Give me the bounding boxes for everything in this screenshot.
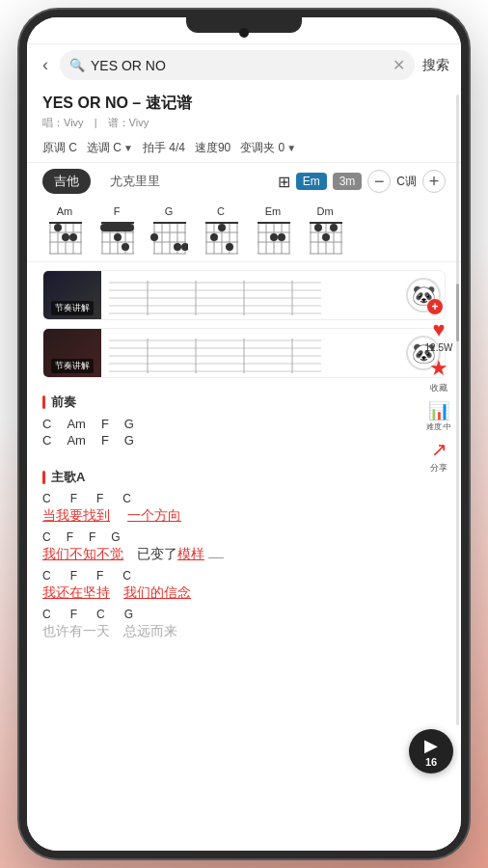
svg-point-23 [122,243,129,251]
chord-diagram-c[interactable]: C [199,205,243,256]
verse-label: 主歌A [42,469,446,486]
share-action[interactable]: ↗ 分享 [420,438,457,475]
play-button-wrap: ▶ 16 [409,729,453,773]
tab-row-2[interactable]: 节奏讲解 🐼 [42,328,446,378]
lyric-block-1: C F F C 当我要找到 一个方向 [42,492,446,525]
chord-diagram-f[interactable]: F [95,205,139,256]
svg-point-9 [54,224,62,231]
tab-thumb-label-2: 节奏讲解 [51,359,94,373]
tab-thumbnail-1: 节奏讲解 [43,271,101,319]
add-icon: + [427,299,443,314]
share-icon: ↗ [431,438,447,461]
svg-point-34 [174,243,181,251]
original-key: 原调 C [42,140,77,156]
svg-point-47 [226,243,233,251]
svg-point-22 [114,233,122,241]
time-sig: 拍手 4/4 [143,140,185,156]
camera-dot [239,28,249,38]
chord-diagram-em[interactable]: Em [251,205,295,256]
tab-score-2 [109,329,396,377]
star-label: 收藏 [430,382,447,394]
chord-grid-svg-f [97,219,136,256]
chord-row-1: C F F C [42,492,446,505]
grid-view-icon[interactable]: ⊞ [278,173,290,191]
chord-grid-svg [45,219,84,256]
prelude-title: 前奏 [51,393,76,411]
lyric-block-4: C F C G 也许有一天 总远而来 [42,608,446,640]
like-count: 12.5W [425,342,453,353]
section-bar-2 [42,471,45,484]
chord-badge-1[interactable]: Em [296,173,327,190]
tab-area: 节奏讲解 [27,262,461,386]
search-input-wrap[interactable]: 🔍 YES OR NO ✕ [60,50,415,80]
tempo: 速度90 [195,140,230,156]
panda-button-wrap[interactable]: 🐼 + [406,278,441,312]
lyric-block-3: C F F C 我还在坚持 我们的信念 [42,569,446,602]
search-bar: ‹ 🔍 YES OR NO ✕ 搜索 [27,44,461,86]
play-button[interactable]: ▶ 16 [409,729,453,773]
play-number: 16 [425,756,437,768]
chart-action[interactable]: 📊 难度·中 [420,397,457,434]
verse-title: 主歌A [51,469,85,486]
star-action[interactable]: ★ 收藏 [420,357,457,393]
svg-point-58 [278,233,285,241]
prelude-label: 前奏 [42,393,446,411]
composer-label: 谱：Vivy [108,117,149,128]
song-title: YES OR NO – 速记谱 [42,94,446,114]
chord-badge-2[interactable]: 3m [333,173,363,190]
phone-notch [27,17,461,44]
capo-plus-button[interactable]: + [422,170,446,193]
svg-point-35 [181,243,188,251]
capo-minus-button[interactable]: − [367,170,391,193]
key-dropdown-arrow: ▼ [123,143,133,153]
svg-point-69 [322,233,330,241]
song-info: YES OR NO – 速记谱 唱：Vivy | 谱：Vivy [27,86,461,134]
back-button[interactable]: ‹ [39,51,52,79]
lyric-row-3: 我还在坚持 我们的信念 [42,584,446,602]
lyric-row-1: 当我要找到 一个方向 [42,507,446,525]
song-meta: 唱：Vivy | 谱：Vivy [42,116,446,130]
lyrics-section-verse: 主歌A C F F C 当我要找到 一个方向 C [27,461,461,652]
guitar-tab[interactable]: 吉他 [42,169,91,194]
right-sidebar: ♥ 12.5W ★ 收藏 📊 难度·中 ↗ 分享 [420,316,461,475]
tab-score-1 [109,271,396,319]
chord-row-3: C F F C [42,569,446,583]
tab-row-1[interactable]: 节奏讲解 [42,270,446,320]
chord-diagrams: Am [27,200,461,262]
phone-content: ‹ 🔍 YES OR NO ✕ 搜索 YES OR NO – 速记谱 唱：Viv… [27,44,461,851]
capo-control[interactable]: 变调夹 0 ▼ [240,140,296,156]
star-icon: ★ [429,356,448,381]
chord-diagram-g[interactable]: G [147,205,191,256]
chord-diagram-am[interactable]: Am [42,205,87,256]
search-icon: 🔍 [69,58,85,72]
chord-grid-svg-dm [306,219,344,256]
lyric-block-2: C F F G 我们不知不觉 已变了 模样 [42,530,446,563]
chord-row-4: C F C G [42,608,446,621]
chord-grid-svg-em [254,219,292,256]
svg-point-70 [330,224,338,231]
selected-key[interactable]: 选调 C ▼ [87,140,133,156]
chart-label: 难度·中 [426,422,451,432]
chart-icon: 📊 [428,400,449,421]
svg-point-57 [270,233,278,241]
like-icon: ♥ [432,317,445,342]
search-submit-button[interactable]: 搜索 [422,57,449,74]
search-query-text: YES OR NO [91,58,387,73]
capo-dropdown-arrow: ▼ [286,143,296,153]
search-clear-button[interactable]: ✕ [393,56,405,74]
section-bar [42,395,45,409]
chord-display-area: ⊞ Em 3m − C调 + [278,170,446,193]
lyric-text: 一个方向 [127,507,181,525]
chord-diagram-dm[interactable]: Dm [303,205,347,256]
play-icon: ▶ [424,735,438,756]
tab-thumb-label-1: 节奏讲解 [51,301,94,315]
like-action[interactable]: ♥ 12.5W [420,316,457,353]
prelude-chord-line-2: C Am F G [42,433,446,448]
ukulele-tab[interactable]: 尤克里里 [98,169,172,194]
svg-point-45 [210,233,218,241]
lyrics-section-prelude: 前奏 C Am F G C Am F G [27,386,461,457]
panda-icon[interactable]: 🐼 + [406,278,441,312]
tab-thumbnail-2: 节奏讲解 [43,329,101,377]
phone-frame: ‹ 🔍 YES OR NO ✕ 搜索 YES OR NO – 速记谱 唱：Viv… [19,10,469,858]
controls-row: 原调 C 选调 C ▼ 拍手 4/4 速度90 变调夹 0 ▼ [27,134,461,163]
